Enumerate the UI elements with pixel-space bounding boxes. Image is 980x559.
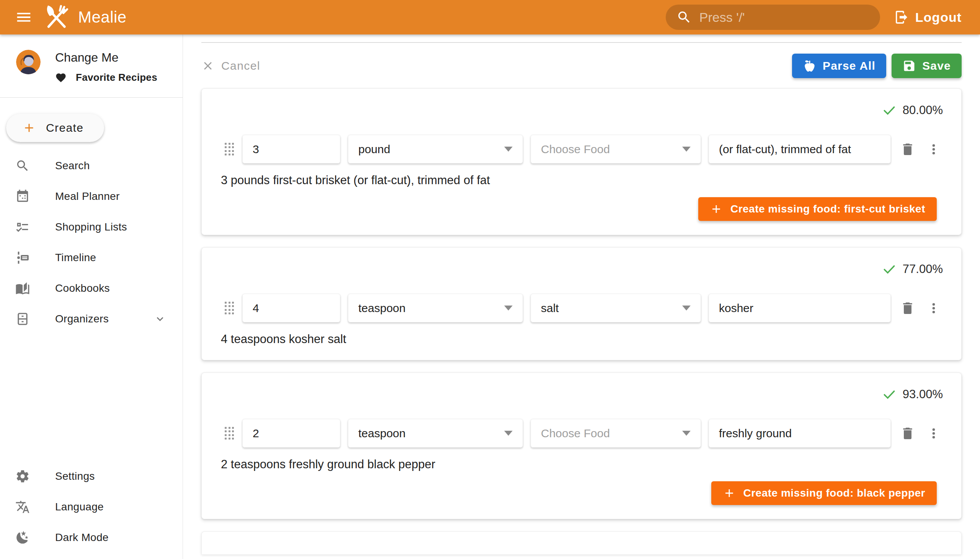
more-options-button[interactable] bbox=[924, 298, 943, 319]
note-input[interactable]: freshly ground bbox=[709, 419, 891, 448]
favorite-recipes-label: Favorite Recipes bbox=[76, 71, 157, 83]
more-options-button[interactable] bbox=[924, 423, 943, 444]
user-section: Change Me Favorite Recipes bbox=[0, 35, 183, 97]
sidebar-item-cookbooks[interactable]: Cookbooks bbox=[0, 273, 183, 304]
search-placeholder: Press '/' bbox=[699, 10, 745, 25]
drag-handle[interactable] bbox=[225, 143, 235, 156]
app-header: Mealie Press '/' Logout bbox=[0, 0, 980, 35]
logout-button[interactable]: Logout bbox=[894, 10, 962, 25]
original-ingredient-text: 2 teaspoons freshly ground black pepper bbox=[220, 458, 943, 471]
plus-icon bbox=[22, 121, 36, 135]
menu-down-icon bbox=[682, 306, 691, 311]
sidebar-item-timeline[interactable]: Timeline bbox=[0, 242, 183, 273]
mealie-logo-icon bbox=[42, 3, 70, 31]
quantity-input[interactable]: 3 bbox=[242, 135, 340, 164]
quantity-value: 2 bbox=[253, 427, 259, 440]
list-checks-icon bbox=[15, 220, 30, 234]
note-input[interactable]: (or flat-cut), trimmed of fat bbox=[709, 135, 891, 164]
ingredient-card: 77.00% 4 teaspoon salt kosher bbox=[202, 247, 962, 360]
trash-icon bbox=[900, 426, 915, 441]
sidebar-item-meal-planner[interactable]: Meal Planner bbox=[0, 181, 183, 212]
quantity-input[interactable]: 4 bbox=[242, 294, 340, 322]
cancel-button[interactable]: Cancel bbox=[202, 60, 260, 72]
sidebar-item-dark-mode[interactable]: Dark Mode bbox=[0, 522, 183, 553]
confidence-value: 80.00% bbox=[903, 103, 943, 117]
food-select-value: Choose Food bbox=[541, 143, 610, 156]
unit-select[interactable]: pound bbox=[348, 135, 523, 164]
sidebar-item-shopping-lists[interactable]: Shopping Lists bbox=[0, 212, 183, 242]
drag-handle[interactable] bbox=[225, 302, 235, 315]
save-label: Save bbox=[922, 60, 951, 72]
delete-button[interactable] bbox=[899, 298, 917, 319]
create-button[interactable]: Create bbox=[6, 114, 104, 142]
note-input[interactable]: kosher bbox=[709, 294, 891, 322]
create-label: Create bbox=[46, 121, 83, 134]
save-button[interactable]: Save bbox=[892, 54, 962, 78]
moon-icon bbox=[15, 530, 30, 545]
delete-button[interactable] bbox=[899, 423, 917, 444]
user-name: Change Me bbox=[55, 51, 157, 65]
search-input[interactable]: Press '/' bbox=[666, 5, 880, 30]
note-value: kosher bbox=[719, 302, 754, 315]
create-missing-food-button[interactable]: Create missing food: black pepper bbox=[711, 481, 937, 505]
logout-icon bbox=[894, 10, 909, 25]
trash-icon bbox=[900, 142, 915, 157]
food-select[interactable]: salt bbox=[530, 294, 701, 322]
sidebar-nav: Search Meal Planner Shopping Lists Timel… bbox=[0, 150, 183, 334]
original-ingredient-text: 4 teaspoons kosher salt bbox=[220, 332, 943, 346]
confidence-value: 77.00% bbox=[903, 262, 943, 276]
cabinet-icon bbox=[15, 312, 30, 326]
menu-icon bbox=[15, 8, 33, 26]
plus-icon bbox=[723, 487, 736, 499]
ingredient-fields-row: 3 pound Choose Food (or flat-cut), trimm… bbox=[220, 135, 943, 164]
translate-icon bbox=[15, 499, 30, 514]
favorite-recipes-link[interactable]: Favorite Recipes bbox=[55, 71, 157, 83]
create-missing-food-label: Create missing food: black pepper bbox=[744, 487, 925, 499]
delete-button[interactable] bbox=[899, 139, 917, 160]
unit-select[interactable]: teaspoon bbox=[348, 419, 523, 448]
quantity-input[interactable]: 2 bbox=[242, 419, 340, 448]
save-icon bbox=[902, 59, 916, 73]
sidebar-item-language[interactable]: Language bbox=[0, 491, 183, 522]
sidebar-item-search[interactable]: Search bbox=[0, 150, 183, 181]
next-ingredient-card-peek bbox=[202, 531, 962, 554]
unit-value: teaspoon bbox=[358, 427, 405, 440]
sidebar-divider bbox=[0, 97, 183, 98]
menu-down-icon bbox=[504, 306, 512, 311]
quantity-value: 4 bbox=[253, 302, 259, 315]
menu-down-icon bbox=[504, 147, 512, 152]
food-select[interactable]: Choose Food bbox=[530, 419, 701, 448]
check-icon bbox=[882, 103, 897, 117]
heart-icon bbox=[55, 72, 67, 83]
search-icon bbox=[676, 10, 692, 25]
food-select[interactable]: Choose Food bbox=[530, 135, 701, 164]
create-missing-food-button[interactable]: Create missing food: first-cut brisket bbox=[698, 197, 937, 221]
kebab-icon bbox=[926, 426, 941, 441]
confidence-value: 93.00% bbox=[903, 387, 943, 401]
unit-value: pound bbox=[358, 143, 390, 156]
sidebar-item-settings[interactable]: Settings bbox=[0, 461, 183, 491]
ingredient-fields-row: 2 teaspoon Choose Food freshly ground bbox=[220, 419, 943, 448]
calendar-icon bbox=[15, 189, 30, 204]
original-ingredient-text: 3 pounds first-cut brisket (or flat-cut)… bbox=[220, 174, 943, 187]
drag-handle[interactable] bbox=[225, 427, 235, 440]
food-select-value: Choose Food bbox=[541, 427, 610, 440]
avatar[interactable] bbox=[16, 50, 41, 74]
menu-down-icon bbox=[682, 431, 691, 436]
menu-down-icon bbox=[504, 431, 512, 436]
ingredient-list: 80.00% 3 pound Choose Food (or flat-cut)… bbox=[202, 88, 962, 554]
open-book-icon bbox=[15, 281, 30, 296]
parse-all-button[interactable]: Parse All bbox=[792, 54, 886, 78]
check-icon bbox=[882, 387, 897, 402]
cancel-label: Cancel bbox=[221, 60, 260, 72]
quantity-value: 3 bbox=[253, 143, 259, 156]
food-select-value: salt bbox=[541, 302, 559, 315]
confidence-row: 77.00% bbox=[220, 261, 943, 277]
sidebar-bottom-nav: Settings Language Dark Mode bbox=[0, 461, 183, 553]
close-icon bbox=[202, 60, 214, 72]
hamburger-menu-button[interactable] bbox=[12, 5, 36, 30]
more-options-button[interactable] bbox=[924, 139, 943, 160]
menu-down-icon bbox=[682, 147, 691, 152]
sidebar-item-organizers[interactable]: Organizers bbox=[0, 304, 183, 334]
unit-select[interactable]: teaspoon bbox=[348, 294, 523, 322]
